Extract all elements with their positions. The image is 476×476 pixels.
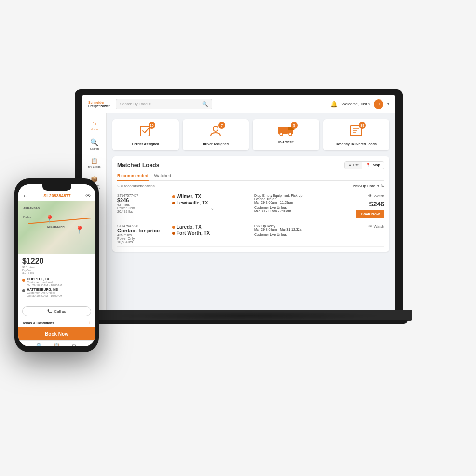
load-2-deltype: Customer Live Unload [254,233,334,236]
phone-nav-more[interactable]: ··· More [85,343,92,346]
status-cards: 10 Carrier Assigned [112,119,389,150]
delivered-label: Recently Delivered Loads [336,142,377,146]
filter-chevron-icon: ▾ [377,184,379,188]
stop-2-city: HATTIESBURG, MS [27,288,62,291]
phone-map: 📍 📍 ARKANSAS MISSISSIPPI Dallas [18,201,95,254]
load-1-deltime: Mar 30 7:00am - 7:00am [254,209,334,213]
load-1-miles: 42 miles [117,203,170,206]
route-dot-1 [22,279,25,282]
nav-myloads-icon: 📋 [53,343,60,346]
phone-nav-manage[interactable]: ⚙ Manage [69,343,80,346]
watch-button-2[interactable]: 👁 Watch [368,224,384,229]
eye-icon-1: 👁 [368,194,372,198]
route-stop-1-info: COPPELL, TX Customer Live Load Oct 29 10… [27,277,62,286]
load-2-left: ST147547778 Contact for price 435 miles … [117,224,170,244]
search-icon: 🔍 [90,138,98,146]
price-section: $1220 910 miles Dry Van 3,276 lbs [22,257,44,274]
phone-screen: ← SL208384877 👁 📍 📍 ARKANSAS MISSISSIPPI… [18,184,95,346]
phone-nav-search[interactable]: 🔍 Search [35,343,44,346]
matched-loads-section: Matched Loads ≡ List 📍 Map [112,156,389,252]
load-1-weight: 20,492 lbs [117,210,170,213]
load-1-pickup: Mar 29 3:00am - 11:59pm [254,201,334,204]
phone-nav-myloads[interactable]: 📋 My Loads [50,343,63,346]
carrier-assigned-icon [139,127,152,140]
sidebar-item-myloads[interactable]: 📋 My Loads [85,156,103,170]
book-now-button-1[interactable]: Book Now [356,210,384,218]
search-bar[interactable]: Search By Load # 🔍 [116,99,212,109]
driver-assigned-icon [209,127,222,140]
svg-point-1 [213,126,218,131]
load-2-id: ST147547778 [117,224,170,228]
driver-label: Driver Assigned [203,142,229,146]
load-1-info2: Loaded Trailer [254,197,334,201]
user-avatar[interactable]: J [374,99,383,109]
loads-filter-row: 28 Recommendations Pick-Up Date ▾ ⇅ [117,184,384,188]
load-1-origin: Wilmer, TX [172,194,252,199]
list-label: List [353,163,358,167]
list-view-button[interactable]: ≡ List [345,162,362,169]
load-2-miles: 435 miles [117,233,170,237]
load-2-price: Contact for price [117,228,170,233]
driver-icon-wrap: 7 [209,124,222,140]
status-card-driver[interactable]: 7 Driver Assigned [183,119,249,150]
status-card-delivered[interactable]: 89 Recently Delivered Loads [323,119,390,150]
phone-price: $1220 [22,257,44,266]
load-1-info: Drop Empty Equipment, Pick Up Loaded Tra… [254,194,334,213]
load-1-left: ST147577417 $246 42 miles Power Only 20,… [117,194,170,213]
route-stop-2-info: HATTIESBURG, MS Customer Live Unload Oct… [27,288,62,297]
sidebar-label-home: Home [90,128,98,131]
tab-watched[interactable]: Watched [154,173,171,180]
sidebar-label-myloads: My Loads [88,165,100,168]
home-icon: ⌂ [92,119,96,127]
dest-dot [172,202,175,204]
bell-icon[interactable]: 🔔 [330,101,338,108]
app-header: Schneider FreightPower Search By Load # … [82,95,395,113]
load-2-pickup: Mar 29 8:08am - Mar 31 12:32am [254,228,334,231]
watch-button-1[interactable]: 👁 Watch [368,194,384,198]
call-label: Call us [54,309,66,313]
terms-row: Terms & Conditions + [18,318,95,327]
phone-bottom-nav: ⌂ Home 🔍 Search 📋 My Loads ⚙ Manage ··· [18,340,95,346]
pickup-filter[interactable]: Pick-Up Date ▾ ⇅ [353,184,384,188]
divider [22,299,91,299]
logo-fp: FreightPower [88,104,110,108]
sidebar-item-search[interactable]: 🔍 Search [87,136,102,152]
phone-load-id: SL208384877 [43,193,71,198]
status-card-transit[interactable]: 5 In-Transit [253,119,319,150]
loads-title: Matched Loads [117,162,159,169]
eye-icon[interactable]: 👁 [85,192,91,199]
phone-nav-home[interactable]: ⌂ Home [21,343,29,346]
back-arrow-icon[interactable]: ← [22,192,29,200]
nav-manage-icon: ⚙ [71,343,77,346]
sidebar-item-home[interactable]: ⌂ Home [87,117,101,133]
carrier-label: Carrier Assigned [132,142,159,146]
delivered-icon [349,127,363,140]
logo-area: Schneider FreightPower [88,101,110,108]
expand-icon[interactable]: + [88,320,91,326]
load-2-type: Power Only [117,237,170,240]
header-right: 🔔 Welcome, Justin J ▾ [330,99,389,109]
load-2-info1: Pick Up Relay [254,224,334,228]
tab-recommended[interactable]: Recommended [117,173,149,181]
call-button[interactable]: 📞 Call us [22,306,91,316]
map-view-button[interactable]: 📍 Map [362,162,384,169]
carrier-icon-wrap: 10 [139,124,152,140]
laptop-screen: Schneider FreightPower Search By Load # … [82,95,395,311]
list-icon: ≡ [349,163,351,167]
expand-icon[interactable]: ⌄ [172,205,252,211]
load-2-dest: Fort Worth, TX [177,231,210,236]
route-stop-1: COPPELL, TX Customer Live Load Oct 29 10… [22,277,91,286]
load-2-info: Pick Up Relay Mar 29 8:08am - Mar 31 12:… [254,224,334,236]
nav-more-icon: ··· [86,343,91,346]
svg-point-5 [289,133,292,136]
rec-count: 28 Recommendations [117,184,155,188]
price-row: $1220 910 miles Dry Van 3,276 lbs [22,257,91,274]
phone-book-button[interactable]: Book Now [18,327,95,340]
svg-point-4 [280,133,283,136]
status-card-carrier[interactable]: 10 Carrier Assigned [112,119,179,150]
nav-search-icon: 🔍 [36,343,43,346]
chevron-down-icon[interactable]: ▾ [387,102,389,106]
load-1-info1: Drop Empty Equipment, Pick Up [254,194,334,197]
sort-icon: ⇅ [381,184,384,188]
load-2-route: Laredo, TX Fort Worth, TX [172,224,252,236]
